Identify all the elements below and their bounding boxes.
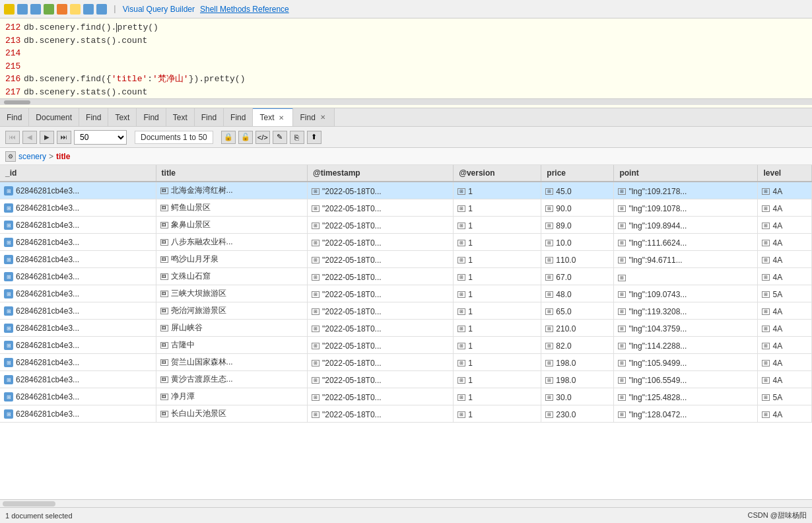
table-row[interactable]: ⊞62846281cb4e3...🖼长白山天池景区⊞"2022-05-18T0.… [0,405,812,423]
table-cell: 🖼屏山峡谷 [156,320,307,337]
table-cell: ⊞110.0 [541,251,614,268]
h-scrollbar[interactable] [0,499,812,507]
table-cell: ⊞4A [758,337,812,354]
table-cell: ⊞1 [454,182,541,199]
table-cell: ⊞"lng":109.8944... [614,217,758,234]
shell-methods-link[interactable]: Shell Methods Reference [200,5,289,14]
table-cell: 🖼八步东融农业科... [156,234,307,251]
row-cell-icon: ⊞ [762,205,770,212]
row-cell-icon: ⊞ [762,394,770,401]
table-cell: ⊞"lng":109.1078... [614,199,758,217]
row-doc-icon: ⊞ [4,221,13,230]
table-cell: ⊞62846281cb4e3... [0,337,156,354]
nav-next[interactable]: ▶ [40,131,54,144]
row-cell-icon: ⊞ [545,343,553,349]
table-row[interactable]: ⊞62846281cb4e3...🖼文殊山石窟⊞"2022-05-18T0...… [0,268,812,285]
row-cell-icon: ⊞ [312,308,320,315]
tab-find2[interactable]: Find [79,108,108,126]
tab-document1[interactable]: Document [29,108,79,126]
table-row[interactable]: ⊞62846281cb4e3...🖼北海金海湾红树...⊞"2022-05-18… [0,182,812,199]
table-row[interactable]: ⊞62846281cb4e3...🖼净月潭⊞"2022-05-18T0...⊞1… [0,388,812,405]
query-icon-btn[interactable]: </> [255,131,270,144]
tab-find1[interactable]: Find [0,108,29,126]
unlock-icon-btn[interactable]: 🔓 [238,131,253,144]
row-cell-icon: ⊞ [312,360,320,366]
table-cell: ⊞65.0 [541,302,614,320]
table-cell: ⊞4A [758,268,812,285]
code-line-215: 215 [0,60,812,73]
row-img-icon: 🖼 [160,376,168,383]
edit-icon-btn[interactable]: ✎ [273,131,287,144]
row-cell-icon: ⊞ [545,274,553,281]
h-scrollbar-thumb[interactable] [3,501,55,506]
row-cell-icon: ⊞ [545,257,553,263]
table-cell: ⊞4A [758,182,812,199]
watermark: CSDN @甜味杨阳 [748,510,807,520]
toolbar-icon-6 [70,4,81,15]
row-doc-icon: ⊞ [4,238,13,247]
col-timestamp: @timestamp [307,165,453,182]
tab-find5[interactable]: Find [224,108,253,126]
tab-find6[interactable]: Find ✕ [293,108,334,126]
row-cell-icon: ⊞ [457,291,465,298]
table-cell: 🖼鸣沙山月牙泉 [156,251,307,268]
row-cell-icon: ⊞ [312,257,320,263]
table-header-row: _id title @timestamp @version price poin… [0,165,812,182]
nav-last[interactable]: ⏭ [57,131,71,144]
row-cell-icon: ⊞ [618,343,626,349]
row-cell-icon: ⊞ [618,394,626,401]
table-row[interactable]: ⊞62846281cb4e3...🖼屏山峡谷⊞"2022-05-18T0...⊞… [0,320,812,337]
row-cell-icon: ⊞ [457,257,465,263]
table-row[interactable]: ⊞62846281cb4e3...🖼象鼻山景区⊞"2022-05-18T0...… [0,217,812,234]
toolbar-icon-3 [30,4,41,15]
row-cell-icon: ⊞ [457,308,465,315]
nav-prev[interactable]: ◀ [22,131,37,144]
table-cell: ⊞"lng":128.0472... [614,405,758,423]
export-icon-btn[interactable]: ⬆ [307,131,321,144]
table-cell: ⊞4A [758,302,812,320]
pagination-bar: ⏮ ◀ ▶ ⏭ 25 50 100 250 500 Documents 1 to… [0,127,812,148]
page-size-select[interactable]: 25 50 100 250 500 [74,130,127,145]
code-h-scrollbar[interactable] [0,98,812,105]
table-cell: ⊞45.0 [541,182,614,199]
table-row[interactable]: ⊞62846281cb4e3...🖼古隆中⊞"2022-05-18T0...⊞1… [0,337,812,354]
table-cell: ⊞"2022-05-18T0... [307,199,453,217]
nav-first[interactable]: ⏮ [5,131,20,144]
tab-find4[interactable]: Find [195,108,224,126]
table-row[interactable]: ⊞62846281cb4e3...🖼三峡大坝旅游区⊞"2022-05-18T0.… [0,285,812,302]
tab-find3[interactable]: Find [137,108,166,126]
row-cell-icon: ⊞ [762,188,770,195]
row-cell-icon: ⊞ [762,411,770,418]
table-cell: ⊞82.0 [541,337,614,354]
table-row[interactable]: ⊞62846281cb4e3...🖼八步东融农业科...⊞"2022-05-18… [0,234,812,251]
table-cell: ⊞67.0 [541,268,614,285]
table-row[interactable]: ⊞62846281cb4e3...🖼鳄鱼山景区⊞"2022-05-18T0...… [0,199,812,217]
tab-text1[interactable]: Text [108,108,137,126]
row-cell-icon: ⊞ [312,326,320,332]
copy-icon-btn[interactable]: ⎘ [290,131,304,144]
table-cell: ⊞1 [454,320,541,337]
table-cell: ⊞62846281cb4e3... [0,320,156,337]
tab-text2[interactable]: Text [166,108,195,126]
tab-find6-close[interactable]: ✕ [318,113,327,122]
visual-query-link[interactable]: Visual Query Builder [123,5,195,14]
row-img-icon: 🖼 [160,273,168,280]
table-cell: ⊞4A [758,234,812,251]
table-row[interactable]: ⊞62846281cb4e3...🖼贺兰山国家森林...⊞"2022-05-18… [0,354,812,371]
row-cell-icon: ⊞ [545,223,553,229]
table-row[interactable]: ⊞62846281cb4e3...🖼黄沙古渡原生态...⊞"2022-05-18… [0,371,812,388]
toolbar: | Visual Query Builder Shell Methods Ref… [0,0,812,18]
table-row[interactable]: ⊞62846281cb4e3...🖼尧治河旅游景区⊞"2022-05-18T0.… [0,302,812,320]
lock-icon-btn[interactable]: 🔒 [221,131,236,144]
table-cell: ⊞"2022-05-18T0... [307,182,453,199]
tab-text3[interactable]: Text ✕ [253,108,293,126]
table-row[interactable]: ⊞62846281cb4e3...🖼鸣沙山月牙泉⊞"2022-05-18T0..… [0,251,812,268]
breadcrumb-collection[interactable]: scenery [18,152,46,161]
table-cell: 🖼尧治河旅游景区 [156,302,307,320]
row-cell-icon: ⊞ [618,411,626,418]
table-cell: 🖼文殊山石窟 [156,268,307,285]
table-cell: ⊞"2022-05-18T0... [307,234,453,251]
row-doc-icon: ⊞ [4,358,13,367]
tab-text3-close[interactable]: ✕ [277,114,286,122]
code-scrollbar-thumb[interactable] [4,100,30,104]
